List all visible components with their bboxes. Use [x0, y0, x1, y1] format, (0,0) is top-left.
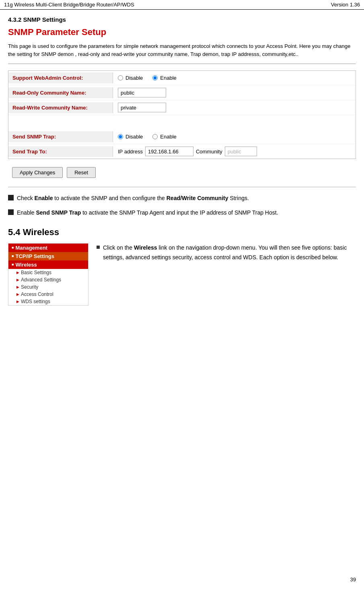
bullet-section: Check Enable to activate the SNMP and th… — [8, 194, 356, 217]
bullet-icon-1 — [8, 195, 14, 200]
readwrite-label: Read-Write Community Name: — [8, 102, 113, 113]
webadmin-disable-radio[interactable] — [118, 75, 123, 81]
doc-title: 11g Wireless Multi-Client Bridge/Bridge … — [4, 2, 134, 8]
ip-input[interactable] — [145, 147, 193, 156]
bullet-icon-2 — [8, 209, 14, 215]
readonly-label: Read-Only Community Name: — [8, 87, 113, 98]
nav-security[interactable]: Security — [8, 283, 88, 291]
webadmin-disable-label: Disable — [125, 75, 143, 81]
webadmin-disable-group[interactable]: Disable — [118, 75, 147, 81]
wireless-bullet-icon — [97, 246, 100, 249]
snmptrap-control: Disable Enable — [113, 131, 356, 142]
version-label: Version 1.36 — [331, 2, 360, 8]
community-input[interactable] — [225, 147, 257, 156]
snmptrap-enable-label: Enable — [160, 134, 176, 140]
bullet-text-2: Enable Send SNMP Trap to activate the SN… — [17, 208, 278, 217]
nav-tcpip: TCP/IP Settings — [8, 252, 88, 260]
section-432-title: 4.3.2 SNMP Settings — [8, 16, 356, 23]
ip-label: IP address — [118, 149, 143, 155]
nav-access-control[interactable]: Access Control — [8, 291, 88, 298]
nav-advanced-settings[interactable]: Advanced Settings — [8, 276, 88, 283]
readwrite-input[interactable] — [118, 103, 166, 112]
bullet-item-2: Enable Send SNMP Trap to activate the SN… — [8, 208, 356, 217]
snmptrap-disable-group[interactable]: Disable — [118, 134, 147, 140]
nav-wds-settings[interactable]: WDS settings — [8, 298, 88, 305]
page-content: 4.3.2 SNMP Settings SNMP Parameter Setup… — [0, 10, 364, 312]
community-label: Community — [196, 149, 222, 155]
enable-bold: Enable — [35, 195, 53, 201]
sendtrapto-label: Send Trap To: — [8, 146, 113, 157]
snmp-heading: SNMP Parameter Setup — [8, 27, 356, 37]
sendtrapto-control: IP address Community — [113, 144, 356, 159]
nav-wireless-label: Wireless — [15, 262, 37, 268]
sendtrapto-row: Send Trap To: IP address Community — [8, 144, 356, 159]
separator — [8, 187, 356, 187]
page-header: 11g Wireless Multi-Client Bridge/Bridge … — [0, 0, 364, 10]
readonly-input[interactable] — [118, 88, 166, 97]
apply-changes-button[interactable]: Apply Changes — [12, 167, 63, 178]
webadmin-enable-label: Enable — [160, 75, 176, 81]
webadmin-control: Disable Enable — [113, 72, 356, 83]
webadmin-label: Support WebAdmin Control: — [8, 72, 113, 83]
snmp-description: This page is used to configure the param… — [8, 42, 356, 64]
webadmin-enable-group[interactable]: Enable — [152, 75, 180, 81]
snmptrap-disable-label: Disable — [125, 134, 143, 140]
webadmin-enable-radio[interactable] — [152, 75, 158, 81]
nav-wireless[interactable]: Wireless — [8, 260, 88, 269]
snmptrap-enable-group[interactable]: Enable — [152, 134, 180, 140]
nav-management-label: Management — [15, 245, 47, 251]
readwrite-control — [113, 100, 356, 115]
bullet-item-1: Check Enable to activate the SNMP and th… — [8, 194, 356, 203]
nav-menu-image: Management TCP/IP Settings Wireless Basi… — [8, 243, 88, 306]
snmptrap-label: Send SNMP Trap: — [8, 131, 113, 142]
wireless-title: 5.4 Wireless — [8, 227, 356, 238]
wireless-description: Click on the Wireless link on the naviga… — [97, 243, 356, 262]
bullet-text-1: Check Enable to activate the SNMP and th… — [17, 194, 249, 203]
wireless-desc-text: Click on the Wireless link on the naviga… — [103, 243, 356, 262]
snmptrap-disable-radio[interactable] — [118, 134, 123, 139]
wireless-desc-item: Click on the Wireless link on the naviga… — [97, 243, 356, 262]
page-number: 39 — [350, 577, 356, 583]
wireless-section: 5.4 Wireless Management TCP/IP Settings … — [8, 227, 356, 306]
trap-row-content: IP address Community — [118, 147, 257, 156]
nav-tcpip-label: TCP/IP Settings — [15, 253, 54, 259]
webadmin-row: Support WebAdmin Control: Disable Enable — [8, 71, 356, 85]
snmp-form: Support WebAdmin Control: Disable Enable… — [8, 70, 356, 159]
nav-management: Management — [8, 244, 88, 252]
snmptrap-enable-radio[interactable] — [152, 134, 158, 139]
readonly-control — [113, 85, 356, 100]
spacer-row — [8, 115, 356, 130]
send-snmp-trap-bold: Send SNMP Trap — [36, 209, 81, 216]
readonly-row: Read-Only Community Name: — [8, 85, 356, 100]
readwrite-bold: Read/Write Community — [167, 195, 228, 201]
nav-basic-settings[interactable]: Basic Settings — [8, 269, 88, 276]
wireless-content: Management TCP/IP Settings Wireless Basi… — [8, 243, 356, 306]
readwrite-row: Read-Write Community Name: — [8, 100, 356, 115]
snmptrap-row: Send SNMP Trap: Disable Enable — [8, 130, 356, 144]
form-buttons: Apply Changes Reset — [8, 163, 356, 184]
reset-button[interactable]: Reset — [67, 167, 96, 178]
wireless-bold: Wireless — [134, 244, 157, 251]
